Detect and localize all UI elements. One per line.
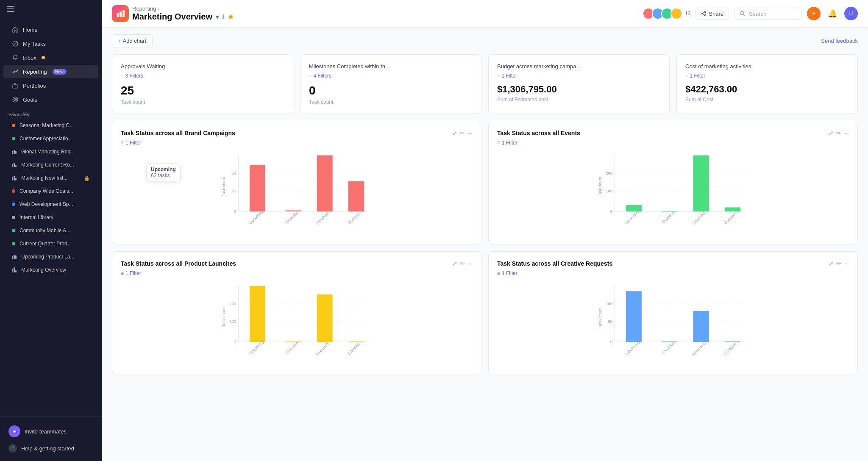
stat-filter-milestones[interactable]: ≡ 4 Filters	[309, 73, 473, 79]
help-button[interactable]: ? Help & getting started	[3, 441, 98, 456]
svg-text:Overdue: Overdue	[661, 341, 676, 355]
stat-label-milestones: Task count	[309, 99, 473, 105]
sidebar-item-reporting[interactable]: Reporting New!	[3, 65, 98, 78]
chart-header-brand: Task Status across all Brand Campaigns ⤢…	[121, 130, 473, 136]
collaborators-avatars: 13	[643, 8, 690, 19]
stats-grid: Approvals Waiting ≡ 3 Filters 25 Task co…	[112, 54, 858, 114]
bar-completed-events	[725, 207, 740, 211]
stat-filter-cost[interactable]: ≡ 1 Filter	[685, 73, 849, 79]
filter-icon-3: ≡	[497, 73, 500, 78]
content-toolbar: + Add chart Send feedback	[112, 34, 858, 47]
fav-item-web-dev[interactable]: Web Development Sp...	[3, 198, 98, 211]
notification-icon[interactable]: 🔔	[826, 7, 839, 20]
sidebar-item-home-label: Home	[23, 27, 38, 33]
svg-rect-1	[7, 8, 14, 9]
search-box[interactable]: Search	[734, 8, 802, 20]
bar-unscheduled-product	[317, 294, 333, 342]
sidebar: Home My Tasks Inbox Reporting New!	[0, 0, 102, 461]
expand-icon-events[interactable]: ⤢	[829, 130, 834, 136]
filter-icon-brand: ≡	[121, 140, 124, 146]
svg-point-7	[15, 99, 16, 100]
title-dropdown-icon[interactable]: ▾	[216, 14, 219, 20]
sidebar-toggle[interactable]	[0, 0, 102, 19]
svg-point-3	[13, 41, 18, 46]
chart-filter-brand[interactable]: ≡ 1 Filter	[121, 140, 473, 146]
chart-icon-marketing-overview	[12, 267, 17, 272]
chart-body-product: 0 100 200 Task count Upcoming Overdue Un…	[121, 281, 473, 366]
sidebar-item-inbox[interactable]: Inbox	[3, 51, 98, 64]
fav-item-internal[interactable]: Internal Library	[3, 211, 98, 224]
more-icon[interactable]: ···	[467, 130, 473, 136]
stat-title-approvals: Approvals Waiting	[121, 63, 284, 69]
add-button[interactable]: +	[807, 7, 821, 20]
fav-item-current-quarter[interactable]: Current Quarter Prod...	[3, 237, 98, 250]
invite-teammates-button[interactable]: + Invite teammates	[3, 422, 98, 441]
fav-item-community[interactable]: Community Mobile A...	[3, 224, 98, 237]
user-avatar[interactable]: U	[844, 7, 858, 20]
svg-text:25: 25	[231, 189, 236, 193]
fav-item-upcoming[interactable]: Upcoming Product La...	[3, 250, 98, 263]
chart-header-events: Task Status across all Events ⤢ ✏ ···	[497, 130, 849, 136]
expand-icon-product[interactable]: ⤢	[452, 260, 457, 267]
share-button[interactable]: Share	[696, 8, 729, 20]
fav-item-marketing-new[interactable]: Marketing New Init... 🔒	[3, 172, 98, 184]
stat-filter-budget[interactable]: ≡ 1 Filter	[497, 73, 661, 79]
favorites-section-title: Favorites	[0, 107, 102, 119]
chart-filter-events[interactable]: ≡ 1 Filter	[497, 140, 849, 146]
edit-icon-product[interactable]: ✏	[460, 260, 465, 267]
fav-item-marketing-current[interactable]: Marketing Current Ro...	[3, 158, 98, 171]
expand-icon[interactable]: ⤢	[452, 130, 457, 136]
filter-icon-product: ≡	[121, 270, 124, 276]
sidebar-item-my-tasks[interactable]: My Tasks	[3, 37, 98, 50]
sidebar-item-goals[interactable]: Goals	[3, 93, 98, 106]
tooltip-value: 62 tasks	[151, 172, 176, 178]
edit-icon[interactable]: ✏	[460, 130, 465, 136]
fav-label-web: Web Development Sp...	[19, 201, 73, 207]
chart-actions-events: ⤢ ✏ ···	[829, 130, 849, 136]
chart-filter-creative[interactable]: ≡ 1 Filter	[497, 270, 849, 276]
more-icon-product[interactable]: ···	[467, 260, 473, 267]
svg-point-12	[701, 13, 703, 14]
svg-rect-0	[7, 6, 14, 7]
svg-text:50: 50	[608, 319, 612, 324]
more-icon-creative[interactable]: ···	[844, 260, 849, 267]
fav-label-marketing-new: Marketing New Init...	[21, 175, 80, 181]
fav-dot-current-quarter	[12, 242, 15, 245]
info-icon[interactable]: ℹ	[222, 14, 224, 20]
help-icon: ?	[8, 444, 17, 453]
breadcrumb-sep: ›	[158, 6, 159, 12]
chart-header-product: Task Status across all Product Launches …	[121, 260, 473, 267]
svg-text:0: 0	[234, 209, 236, 214]
stat-filter-approvals[interactable]: ≡ 3 Filters	[121, 73, 284, 79]
fav-item-global[interactable]: Global Marketing Roa...	[3, 145, 98, 158]
send-feedback-link[interactable]: Send feedback	[821, 38, 858, 44]
fav-item-seasonal[interactable]: Seasonal Marketing C...	[3, 119, 98, 132]
home-icon	[12, 26, 19, 33]
svg-line-15	[703, 14, 705, 15]
star-icon[interactable]: ★	[228, 13, 234, 21]
topbar: Reporting › Marketing Overview ▾ ℹ ★ 13	[102, 0, 868, 28]
bar-unscheduled-creative	[693, 311, 709, 342]
bar-unscheduled	[317, 156, 333, 211]
bar-upcoming-product	[250, 286, 265, 342]
chart-header-creative: Task Status across all Creative Requests…	[497, 260, 849, 267]
chart-actions-creative: ⤢ ✏ ···	[829, 260, 849, 267]
edit-icon-events[interactable]: ✏	[836, 130, 841, 136]
stat-label-budget: Sum of Estimated cost	[497, 97, 661, 103]
more-icon-events[interactable]: ···	[844, 130, 849, 136]
svg-text:Task count: Task count	[221, 177, 226, 197]
fav-item-company-wide[interactable]: Company Wide Goals...	[3, 185, 98, 197]
add-chart-button[interactable]: + Add chart	[112, 34, 153, 47]
sidebar-item-reporting-label: Reporting	[23, 69, 47, 75]
stat-card-milestones: Milestones Completed within th... ≡ 4 Fi…	[300, 54, 481, 114]
edit-icon-creative[interactable]: ✏	[836, 260, 841, 267]
chart-filter-product[interactable]: ≡ 1 Filter	[121, 270, 473, 276]
stat-card-budget: Budget across marketing campa... ≡ 1 Fil…	[488, 54, 670, 114]
sidebar-item-portfolios[interactable]: Portfolios	[3, 79, 98, 92]
expand-icon-creative[interactable]: ⤢	[829, 260, 834, 267]
svg-rect-9	[120, 11, 122, 17]
fav-item-marketing-overview[interactable]: Marketing Overview	[3, 264, 98, 276]
fav-item-customer[interactable]: Customer Appreciatio...	[3, 132, 98, 145]
sidebar-item-my-tasks-label: My Tasks	[23, 41, 46, 47]
sidebar-item-home[interactable]: Home	[3, 23, 98, 36]
